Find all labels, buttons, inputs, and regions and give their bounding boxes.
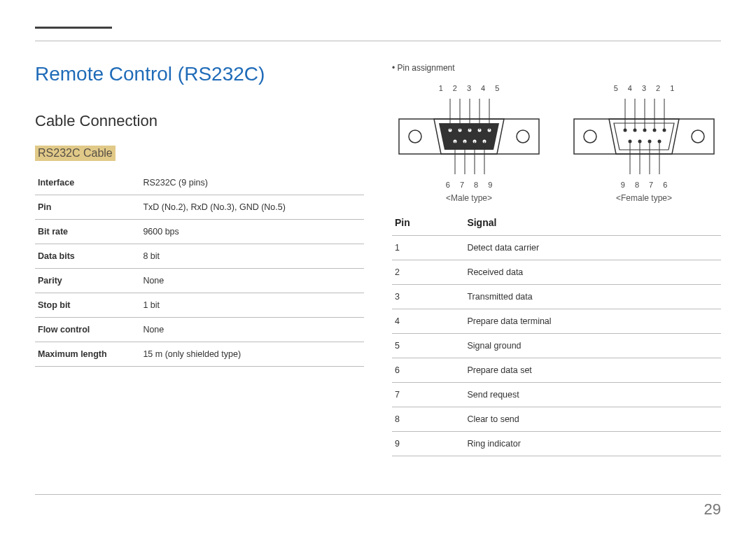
spec-row: ParityNone bbox=[35, 269, 364, 293]
spec-value: 8 bit bbox=[140, 244, 364, 269]
pin-label: 7 bbox=[649, 181, 653, 189]
pin-label: 8 bbox=[635, 181, 639, 189]
signal-pin: 1 bbox=[392, 236, 464, 260]
spec-row: PinTxD (No.2), RxD (No.3), GND (No.5) bbox=[35, 195, 364, 220]
spec-value: 1 bit bbox=[140, 293, 364, 318]
pin-label: 2 bbox=[453, 84, 457, 92]
pin-label: 5 bbox=[495, 84, 499, 92]
signal-pin: 6 bbox=[392, 358, 464, 383]
svg-point-23 bbox=[692, 130, 704, 143]
signal-name: Detect data carrier bbox=[464, 236, 721, 260]
signal-row: 5Signal ground bbox=[392, 334, 721, 358]
spec-value: None bbox=[140, 269, 364, 293]
signal-row: 4Prepare data terminal bbox=[392, 309, 721, 334]
signal-row: 6Prepare data set bbox=[392, 358, 721, 383]
right-column: Pin assignment 12345 bbox=[392, 63, 721, 492]
spec-row: Stop bit1 bit bbox=[35, 293, 364, 318]
pin-label: 3 bbox=[642, 84, 646, 92]
spec-row: InterfaceRS232C (9 pins) bbox=[35, 171, 364, 195]
spec-value: 15 m (only shielded type) bbox=[140, 342, 364, 367]
spec-row: Data bits8 bit bbox=[35, 244, 364, 269]
female-connector: 54321 9876 <Female type> bbox=[570, 84, 718, 203]
page-title: Remote Control (RS232C) bbox=[35, 63, 364, 85]
signal-row: 1Detect data carrier bbox=[392, 236, 721, 260]
svg-rect-21 bbox=[574, 119, 714, 154]
signal-pin: 3 bbox=[392, 285, 464, 309]
signal-name: Prepare data terminal bbox=[464, 309, 721, 334]
left-column: Remote Control (RS232C) Cable Connection… bbox=[35, 63, 364, 492]
signal-header-signal: Signal bbox=[464, 210, 721, 236]
signal-row: 8Clear to send bbox=[392, 407, 721, 432]
bottom-divider bbox=[35, 494, 721, 495]
male-connector: 12345 6789 bbox=[396, 84, 542, 203]
signal-pin: 9 bbox=[392, 432, 464, 456]
signal-name: Received data bbox=[464, 260, 721, 285]
spec-label: Parity bbox=[35, 269, 140, 293]
signal-row: 7Send request bbox=[392, 383, 721, 407]
db9-male-icon bbox=[396, 95, 542, 178]
pin-label: 6 bbox=[663, 181, 667, 189]
pin-label: 8 bbox=[474, 181, 478, 189]
pin-label: 6 bbox=[446, 181, 450, 189]
signal-pin: 5 bbox=[392, 334, 464, 358]
signal-name: Ring indicator bbox=[464, 432, 721, 456]
signal-name: Prepare data set bbox=[464, 358, 721, 383]
header-marker bbox=[35, 27, 112, 29]
signal-row: 9Ring indicator bbox=[392, 432, 721, 456]
signal-name: Transmitted data bbox=[464, 285, 721, 309]
connectors-diagram: 12345 6789 bbox=[392, 84, 721, 203]
spec-label: Flow control bbox=[35, 318, 140, 342]
pin-label: 1 bbox=[670, 84, 674, 92]
signal-row: 3Transmitted data bbox=[392, 285, 721, 309]
pin-label: 4 bbox=[481, 84, 485, 92]
section-heading: Cable Connection bbox=[35, 112, 364, 130]
spec-label: Maximum length bbox=[35, 342, 140, 367]
spec-label: Interface bbox=[35, 171, 140, 195]
spec-label: Pin bbox=[35, 195, 140, 220]
spec-row: Flow controlNone bbox=[35, 318, 364, 342]
page-number: 29 bbox=[704, 500, 721, 519]
pin-label: 3 bbox=[467, 84, 471, 92]
signal-pin: 2 bbox=[392, 260, 464, 285]
male-caption: <Male type> bbox=[446, 193, 492, 203]
spec-label: Bit rate bbox=[35, 220, 140, 244]
page-body: Remote Control (RS232C) Cable Connection… bbox=[35, 63, 721, 492]
pin-label: 5 bbox=[614, 84, 618, 92]
signal-name: Send request bbox=[464, 383, 721, 407]
db9-female-icon bbox=[570, 95, 718, 178]
svg-point-1 bbox=[409, 130, 421, 143]
pin-label: 2 bbox=[656, 84, 660, 92]
spec-value: None bbox=[140, 318, 364, 342]
signal-pin: 4 bbox=[392, 309, 464, 334]
spec-row: Maximum length15 m (only shielded type) bbox=[35, 342, 364, 367]
signal-name: Signal ground bbox=[464, 334, 721, 358]
spec-label: Stop bit bbox=[35, 293, 140, 318]
pin-label: 1 bbox=[439, 84, 443, 92]
pin-assignment-bullet: Pin assignment bbox=[392, 63, 721, 73]
signal-row: 2Received data bbox=[392, 260, 721, 285]
signal-pin: 8 bbox=[392, 407, 464, 432]
top-divider bbox=[35, 41, 721, 41]
signal-header-pin: Pin bbox=[392, 210, 464, 236]
signal-pin: 7 bbox=[392, 383, 464, 407]
pin-label: 4 bbox=[628, 84, 632, 92]
signal-table: Pin Signal 1Detect data carrier2Received… bbox=[392, 210, 721, 456]
spec-value: RS232C (9 pins) bbox=[140, 171, 364, 195]
spec-table: InterfaceRS232C (9 pins)PinTxD (No.2), R… bbox=[35, 171, 364, 367]
pin-label: 9 bbox=[488, 181, 492, 189]
svg-point-22 bbox=[584, 130, 596, 143]
spec-row: Bit rate9600 bps bbox=[35, 220, 364, 244]
female-caption: <Female type> bbox=[616, 193, 672, 203]
spec-value: 9600 bps bbox=[140, 220, 364, 244]
spec-value: TxD (No.2), RxD (No.3), GND (No.5) bbox=[140, 195, 364, 220]
spec-label: Data bits bbox=[35, 244, 140, 269]
subsection-heading: RS232C Cable bbox=[35, 146, 115, 161]
signal-name: Clear to send bbox=[464, 407, 721, 432]
pin-label: 7 bbox=[460, 181, 464, 189]
pin-label: 9 bbox=[621, 181, 625, 189]
svg-point-2 bbox=[517, 130, 529, 143]
